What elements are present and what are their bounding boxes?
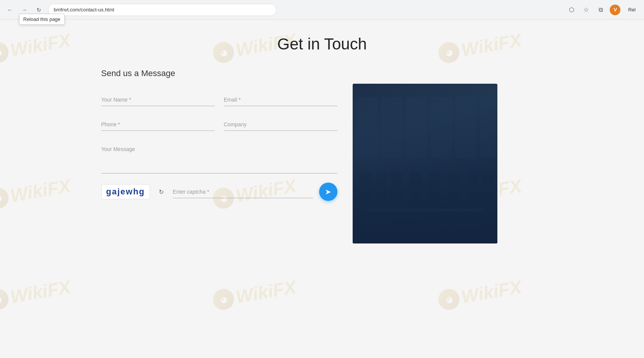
submit-button[interactable]: ➤: [319, 183, 337, 201]
contact-info-panel: Contact Information 📍 Pango Road Waves a…: [353, 84, 497, 243]
captcha-image: gajewhg: [101, 184, 150, 199]
captcha-value: gajewhg: [106, 187, 145, 196]
reload-tooltip: Reload this page: [19, 14, 65, 25]
name-field: [101, 94, 215, 106]
company-field: [224, 118, 337, 131]
captcha-input[interactable]: [173, 186, 313, 198]
phone-input[interactable]: [101, 118, 215, 131]
watermark-text: WikiFX: [234, 277, 298, 308]
rel-button[interactable]: Rel: [624, 5, 639, 14]
submit-arrow-icon: ➤: [325, 187, 331, 196]
watermark: ◕ WikiFX: [437, 277, 523, 312]
watermark-text: WikiFX: [9, 277, 72, 308]
main-layout: Send us a Message: [56, 61, 589, 259]
watermark-logo: ◕: [437, 287, 461, 312]
contact-info-overlay: [353, 84, 497, 243]
address-bar: bmfnvt.com/contact-us.html: [48, 4, 276, 16]
email-field: [224, 94, 337, 106]
form-section: Send us a Message: [101, 68, 337, 243]
bookmark-button[interactable]: ☆: [581, 5, 591, 15]
captcha-refresh-button[interactable]: ↻: [156, 186, 167, 197]
watermark-text: WikiFX: [460, 277, 523, 308]
url-text: bmfnvt.com/contact-us.html: [54, 7, 114, 13]
profile-avatar[interactable]: V: [610, 5, 620, 15]
captcha-row: gajewhg ↻ ➤: [101, 183, 337, 201]
company-input[interactable]: [224, 118, 337, 131]
watermark-logo: ◕: [0, 186, 10, 210]
watermark-logo: ◕: [0, 287, 10, 312]
browser-actions: ⬡ ☆ ⧉ V Rel: [566, 5, 639, 15]
name-input[interactable]: [101, 94, 215, 106]
phone-field: [101, 118, 215, 131]
watermark-logo: ◕: [211, 287, 236, 312]
message-textarea[interactable]: [101, 143, 337, 173]
email-input[interactable]: [224, 94, 337, 106]
reload-tooltip-text: Reload this page: [23, 16, 61, 22]
page-content: ◕ WikiFX ◕ WikiFX ◕ WikiFX ◕ WikiFX ◕ Wi…: [0, 20, 644, 358]
form-section-title: Send us a Message: [101, 68, 337, 78]
page-title-section: Get in Touch: [0, 20, 644, 61]
browser-chrome: ← → ↻ Reload this page bmfnvt.com/contac…: [0, 0, 644, 20]
cast-button[interactable]: ⬡: [566, 5, 577, 15]
message-area: [101, 143, 337, 175]
refresh-icon: ↻: [159, 188, 164, 196]
page-title: Get in Touch: [0, 35, 644, 53]
watermark: ◕ WikiFX: [211, 277, 298, 312]
extensions-button[interactable]: ⧉: [595, 5, 606, 15]
phone-company-row: [101, 118, 337, 131]
name-email-row: [101, 94, 337, 106]
watermark: ◕ WikiFX: [0, 277, 72, 312]
back-button[interactable]: ←: [5, 5, 15, 15]
